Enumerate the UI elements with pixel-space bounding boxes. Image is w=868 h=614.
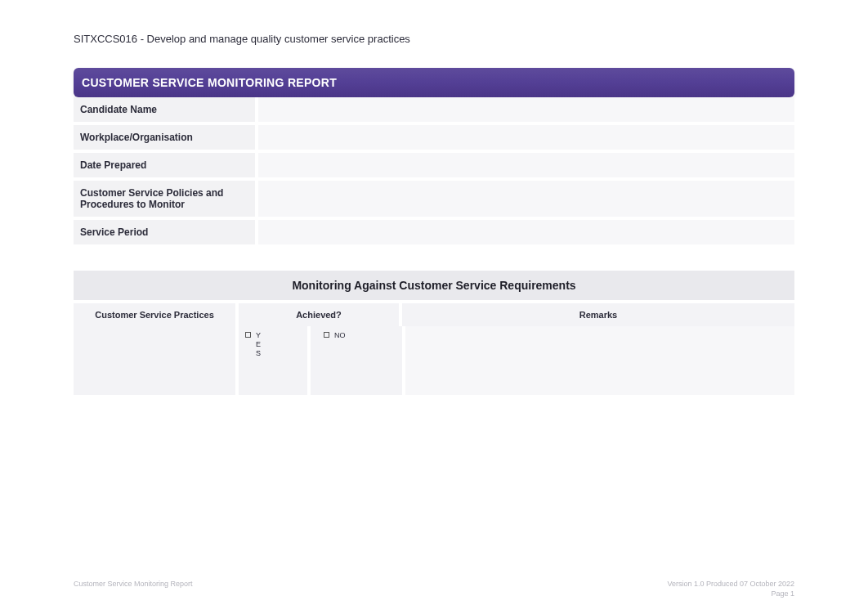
value-policies [258,181,794,217]
info-row-policies: Customer Service Policies and Procedures… [74,181,794,220]
value-workplace [258,125,794,150]
col-header-remarks: Remarks [402,303,794,326]
label-workplace: Workplace/Organisation [74,125,255,150]
achieved-label-line1: Achieved? [242,310,396,320]
info-table: Candidate Name Workplace/Organisation Da… [74,97,794,248]
footer-right: Version 1.0 Produced 07 October 2022 Pag… [667,580,794,598]
cell-achieved-no: NO [311,326,402,395]
report-banner: CUSTOMER SERVICE MONITORING REPORT [74,68,794,97]
info-row-workplace: Workplace/Organisation [74,125,794,153]
label-service-period: Service Period [74,220,255,244]
value-candidate [258,97,794,122]
col-header-practices: Customer Service Practices [74,303,235,326]
label-policies: Customer Service Policies and Procedures… [74,181,255,217]
value-service-period [258,220,794,244]
info-row-service-period: Service Period [74,220,794,248]
value-date [258,153,794,177]
footer-page: Page 1 [667,589,794,598]
footer-version: Version 1.0 Produced 07 October 2022 [667,580,794,588]
label-date: Date Prepared [74,153,255,177]
checkbox-no-label: NO [334,331,346,339]
info-row-candidate: Candidate Name [74,97,794,125]
page-footer: Customer Service Monitoring Report Versi… [74,570,794,598]
cell-practices [74,326,235,395]
footer-left: Customer Service Monitoring Report [74,580,193,588]
checkbox-no-icon[interactable] [324,332,329,338]
cell-remarks [405,326,794,395]
checkbox-yes-icon[interactable] [245,332,251,338]
info-row-date: Date Prepared [74,153,794,181]
monitoring-table: Customer Service Practices Achieved? Rem… [74,303,794,395]
table-row: YES NO [74,326,794,395]
cell-achieved-yes: YES [239,326,307,395]
label-candidate: Candidate Name [74,97,255,122]
table-header-row: Customer Service Practices Achieved? Rem… [74,303,794,326]
section-header: Monitoring Against Customer Service Requ… [74,271,794,303]
document-title: SITXCCS016 - Develop and manage quality … [74,33,794,45]
page: SITXCCS016 - Develop and manage quality … [0,0,868,614]
col-header-achieved: Achieved? [239,303,399,326]
checkbox-yes-label: YES [256,331,261,357]
